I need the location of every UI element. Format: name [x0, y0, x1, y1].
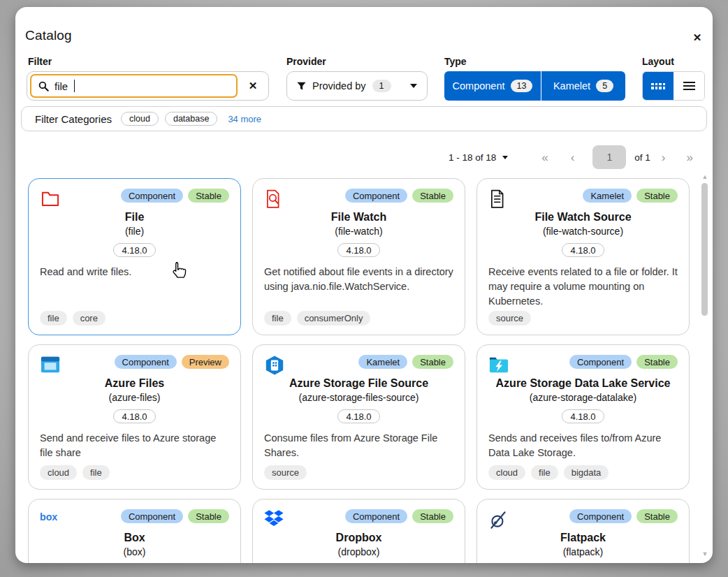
chevron-down-icon [410, 84, 417, 88]
card-label: file [40, 311, 67, 326]
version-badge: 4.18.0 [337, 243, 379, 257]
card-description: Consume files from Azure Storage File Sh… [264, 431, 453, 460]
clear-search-icon[interactable]: ✕ [238, 72, 268, 100]
category-chip-cloud[interactable]: cloud [121, 112, 159, 126]
filter-categories-label: Filter Categories [35, 113, 112, 125]
catalog-cards-area: Component Stable File (file) 4.18.0 Read… [28, 171, 704, 563]
card-id: (azure-files) [40, 392, 229, 403]
type-kamelet-button[interactable]: Kamelet 5 [541, 71, 625, 101]
page-of-label: of 1 [634, 152, 650, 163]
card-description: Get notified about file events in a dire… [264, 265, 453, 294]
azure-files-icon [40, 355, 62, 377]
type-badge: Kamelet [583, 189, 632, 203]
kamelet-count-badge: 5 [596, 80, 613, 92]
card-title: Dropbox [264, 532, 453, 544]
page-number-input[interactable] [592, 145, 626, 169]
next-page-icon[interactable]: › [662, 152, 666, 163]
version-badge: 4.18.0 [562, 409, 604, 423]
type-badge: Component [121, 189, 183, 203]
vertical-scrollbar[interactable]: ▲ ▼ [700, 173, 710, 560]
layout-grid-button[interactable] [643, 72, 674, 100]
status-badge: Stable [412, 509, 453, 523]
provider-dropdown-label: Provided by [312, 80, 366, 92]
status-badge: Stable [636, 509, 678, 523]
card-label: file [264, 311, 291, 326]
pagination: 1 - 18 of 18 « ‹ of 1 › » [449, 143, 694, 171]
close-icon[interactable]: ✕ [687, 28, 707, 48]
scroll-down-icon[interactable]: ▼ [701, 550, 708, 557]
scrollbar-thumb[interactable] [701, 183, 708, 316]
card-azure-storage-file-source[interactable]: Kamelet Stable Azure Storage File Source… [252, 344, 465, 490]
flatpack-icon [488, 509, 511, 532]
search-value: file [54, 80, 68, 92]
previous-page-icon[interactable]: ‹ [571, 152, 575, 163]
card-label: source [488, 311, 531, 326]
card-label: source [264, 465, 307, 480]
type-badge: Component [345, 189, 407, 203]
grid-icon [651, 83, 665, 89]
pagination-range-label: 1 - 18 of 18 [449, 152, 496, 163]
status-badge: Stable [636, 355, 678, 369]
card-azure-files[interactable]: Component Preview Azure Files (azure-fil… [28, 344, 241, 490]
provider-dropdown[interactable]: Provided by 1 [286, 71, 428, 101]
card-file[interactable]: Component Stable File (file) 4.18.0 Read… [28, 178, 241, 335]
card-dropbox[interactable]: Component Stable Dropbox (dropbox) 4.18.… [252, 499, 465, 563]
card-azure-storage-datalake[interactable]: Component Stable Azure Storage Data Lake… [476, 344, 690, 490]
filter-categories-bar: Filter Categories cloud database 34 more [21, 106, 707, 131]
text-cursor [74, 80, 75, 92]
version-badge: 4.18.0 [562, 243, 604, 257]
status-badge: Stable [188, 189, 229, 203]
version-badge: 4.18.0 [113, 243, 155, 257]
card-title: File [40, 211, 229, 224]
card-description: Receive events related to a file or fold… [488, 265, 678, 309]
more-categories-link[interactable]: 34 more [228, 114, 261, 124]
card-id: (flatpack) [488, 546, 678, 557]
type-component-button[interactable]: Component 13 [444, 71, 541, 101]
card-flatpack[interactable]: Component Stable Flatpack (flatpack) 4.1… [476, 499, 690, 563]
dropbox-logo-icon [264, 509, 286, 532]
filter-label: Filter [28, 56, 52, 67]
card-description: Send and receive files to Azure storage … [40, 431, 229, 460]
layout-label: Layout [642, 56, 674, 67]
card-file-watch[interactable]: Component Stable File Watch (file-watch)… [252, 178, 465, 335]
last-page-icon[interactable]: » [687, 152, 693, 163]
scroll-up-icon[interactable]: ▲ [701, 173, 708, 180]
card-label: consumerOnly [297, 311, 371, 326]
provider-label: Provider [286, 56, 326, 67]
card-title: Azure Storage Data Lake Service [488, 377, 678, 390]
card-title: File Watch [264, 211, 453, 224]
card-label: bigdata [564, 465, 609, 480]
card-id: (dropbox) [264, 546, 453, 557]
card-label: core [73, 311, 105, 326]
first-page-icon[interactable]: « [541, 152, 548, 163]
type-badge: Component [569, 509, 632, 523]
version-badge: 4.18.0 [113, 409, 155, 423]
type-kamelet-label: Kamelet [553, 80, 590, 92]
search-icon [38, 81, 49, 92]
version-badge: 4.18.0 [337, 409, 379, 423]
chevron-down-icon [502, 156, 508, 159]
document-icon [488, 189, 511, 211]
card-description: Sends and receives files to/from Azure D… [488, 431, 678, 460]
card-title: Box [40, 532, 229, 544]
card-label: cloud [488, 465, 525, 480]
category-chip-database[interactable]: database [165, 112, 217, 126]
file-watch-icon [264, 189, 286, 211]
card-id: (file-watch) [264, 226, 453, 237]
card-label: cloud [40, 465, 77, 480]
card-id: (azure-storage-datalake) [488, 392, 678, 403]
card-box[interactable]: box Component Stable Box (box) 4.18.0 [28, 499, 241, 563]
search-group: file ✕ [27, 71, 269, 101]
search-input[interactable]: file [30, 74, 238, 98]
type-badge: Component [115, 355, 177, 369]
list-icon [683, 82, 695, 91]
file-component-icon [40, 189, 62, 211]
catalog-modal: Catalog ✕ Filter Provider Type Layout fi… [15, 7, 713, 563]
svg-text:box: box [40, 511, 57, 523]
card-file-watch-source[interactable]: Kamelet Stable File Watch Source (file-w… [476, 178, 690, 335]
layout-list-button[interactable] [674, 72, 704, 100]
card-title: Azure Files [40, 377, 229, 390]
status-badge: Preview [182, 355, 229, 369]
pagination-range-dropdown[interactable]: 1 - 18 of 18 [449, 152, 508, 163]
status-badge: Stable [412, 189, 453, 203]
